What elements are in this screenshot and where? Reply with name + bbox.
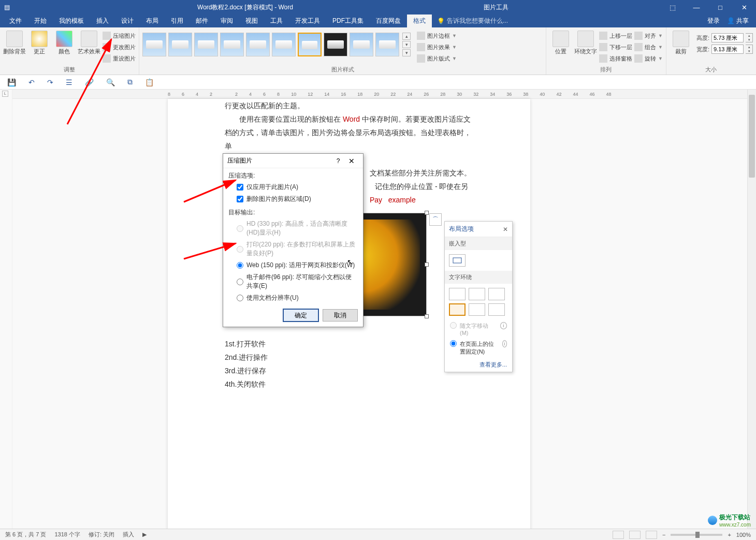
radio-email[interactable]: 电子邮件(96 ppi): 尽可能缩小文档以便共享(E) [223, 271, 363, 292]
layout-wrap-option[interactable] [449, 288, 466, 300]
tab-format[interactable]: 格式 [407, 14, 432, 27]
radio-input[interactable] [237, 262, 243, 269]
body-text[interactable]: 行更改以匹配新的主题。 [225, 99, 473, 112]
tab-home[interactable]: 开始 [28, 14, 53, 27]
ok-button[interactable]: 确定 [283, 309, 318, 322]
resize-handle[interactable] [425, 211, 429, 215]
insert-mode[interactable]: 插入 [123, 531, 134, 538]
list-item[interactable]: 4th.关闭软件 [225, 377, 473, 391]
macro-icon[interactable]: ▶ [142, 531, 147, 538]
tab-my-templates[interactable]: 我的模板 [53, 14, 90, 27]
style-thumb[interactable] [168, 33, 192, 56]
tab-selector[interactable]: L [2, 91, 8, 97]
style-thumb[interactable] [142, 33, 166, 56]
tab-tools[interactable]: 工具 [264, 14, 289, 27]
tab-pdf-tools[interactable]: PDF工具集 [326, 14, 370, 27]
tab-developer[interactable]: 开发工具 [289, 14, 326, 27]
style-thumb[interactable] [272, 33, 296, 56]
minimize-button[interactable]: — [685, 0, 708, 14]
style-thumb[interactable] [246, 33, 270, 56]
picture-effects-button[interactable]: 图片效果▼ [417, 42, 457, 52]
picture-layout-button[interactable]: 图片版式▼ [417, 53, 457, 64]
wrap-text-button[interactable]: 环绕文字 [574, 30, 597, 54]
checkbox-delete-cropped[interactable]: 删除图片的剪裁区域(D) [223, 193, 363, 205]
page-indicator[interactable]: 第 6 页，共 7 页 [5, 531, 46, 538]
radio-web[interactable]: Web (150 ppi): 适用于网页和投影仪(W) [223, 259, 363, 271]
radio-doc-resolution[interactable]: 使用文档分辨率(U) [223, 292, 363, 304]
layout-wrap-option[interactable] [488, 288, 505, 300]
view-print-layout[interactable] [629, 531, 641, 539]
style-thumb[interactable] [350, 33, 373, 56]
close-button[interactable]: ✕ [732, 0, 756, 14]
login-link[interactable]: 登录 [707, 17, 720, 25]
artistic-effects-button[interactable]: 艺术效果 [78, 30, 100, 54]
checkbox-apply-only-this[interactable]: 仅应用于此图片(A) [223, 181, 363, 193]
layout-inline-option[interactable] [449, 254, 466, 267]
view-read-mode[interactable] [613, 531, 624, 539]
corrections-button[interactable]: 更正 [28, 30, 51, 54]
width-spinner[interactable]: ▴▾ [746, 45, 753, 54]
compress-pictures-button[interactable]: 压缩图片 [103, 31, 136, 41]
style-thumb[interactable] [194, 33, 218, 56]
ribbon-options-icon[interactable]: ⬚ [661, 0, 685, 14]
list-item[interactable]: 3rd.进行保存 [225, 364, 473, 377]
tab-references[interactable]: 引用 [165, 14, 190, 27]
gallery-scroll[interactable]: ▴▾▾ [402, 33, 411, 56]
change-picture-button[interactable]: 更改图片 [103, 42, 136, 52]
list-item[interactable]: 2nd.进行操作 [225, 351, 473, 364]
tab-baidu-netdisk[interactable]: 百度网盘 [370, 14, 407, 27]
radio-fix-position[interactable]: 在页面上的位置固定(N)i [445, 338, 512, 358]
list-item[interactable]: 1st.打开软件 [225, 337, 473, 351]
zoom-percent[interactable]: 100% [736, 532, 751, 538]
vertical-scrollbar[interactable] [747, 90, 756, 529]
body-text[interactable]: 使用在需要位置出现的新按钮在 Word 中保存时间。若要更改图片适应文 [225, 112, 473, 126]
selection-pane-button[interactable]: 选择窗格 [599, 53, 632, 64]
picture-border-button[interactable]: 图片边框▼ [417, 31, 457, 41]
info-icon[interactable]: i [500, 322, 507, 329]
tab-file[interactable]: 文件 [3, 14, 28, 27]
checkbox-input[interactable] [237, 184, 243, 191]
resize-handle[interactable] [425, 314, 429, 318]
paste-icon[interactable]: 📋 [145, 78, 154, 86]
tell-me-search[interactable]: 💡 告诉我您想要做什么... [437, 14, 508, 27]
link-icon[interactable]: 🔗 [85, 78, 94, 86]
see-more-link[interactable]: 查看更多... [445, 358, 512, 372]
tab-view[interactable]: 视图 [239, 14, 264, 27]
tab-insert[interactable]: 插入 [90, 14, 115, 27]
track-changes-status[interactable]: 修订: 关闭 [89, 531, 114, 538]
layout-wrap-option-selected[interactable] [449, 303, 466, 316]
maximize-button[interactable]: □ [708, 0, 732, 14]
color-button[interactable]: 颜色 [53, 30, 76, 54]
scrollbar-thumb[interactable] [749, 95, 755, 178]
copy-icon[interactable]: ⧉ [127, 78, 133, 86]
style-thumb[interactable] [375, 33, 399, 56]
tab-mailings[interactable]: 邮件 [190, 14, 214, 27]
radio-input[interactable] [237, 295, 243, 301]
zoom-out-button[interactable]: − [662, 532, 665, 538]
tab-layout[interactable]: 布局 [140, 14, 165, 27]
bring-forward-button[interactable]: 上移一层 [599, 31, 632, 41]
align-button[interactable]: 对齐▼ [634, 31, 663, 41]
resize-handle[interactable] [425, 262, 429, 267]
style-thumb[interactable] [220, 33, 244, 56]
touch-mode-icon[interactable]: ☰ [66, 78, 72, 86]
tab-design[interactable]: 设计 [115, 14, 140, 27]
undo-icon[interactable]: ↶ [28, 78, 35, 86]
send-backward-button[interactable]: 下移一层 [599, 42, 632, 52]
view-web-layout[interactable] [646, 531, 657, 539]
tab-review[interactable]: 审阅 [214, 14, 239, 27]
rotate-button[interactable]: 旋转▼ [634, 53, 663, 64]
style-thumb[interactable] [324, 33, 347, 56]
reset-picture-button[interactable]: 重设图片 [103, 53, 136, 64]
picture-styles-gallery[interactable]: ▴▾▾ [142, 30, 411, 56]
group-button[interactable]: 组合▼ [634, 42, 663, 52]
position-button[interactable]: 位置 [549, 30, 572, 54]
word-count[interactable]: 1318 个字 [54, 531, 80, 538]
zoom-slider[interactable] [671, 534, 722, 536]
share-button[interactable]: 👤 共享 [727, 17, 749, 25]
zoom-in-button[interactable]: + [728, 532, 731, 538]
zoom-thumb[interactable] [695, 532, 700, 538]
body-text[interactable]: 档的方式，请单击该图片，图片旁边将会显示布局选项按钮。当处理表格时，单 [225, 126, 473, 153]
width-field[interactable] [711, 45, 744, 54]
style-thumb-selected[interactable] [298, 33, 322, 56]
